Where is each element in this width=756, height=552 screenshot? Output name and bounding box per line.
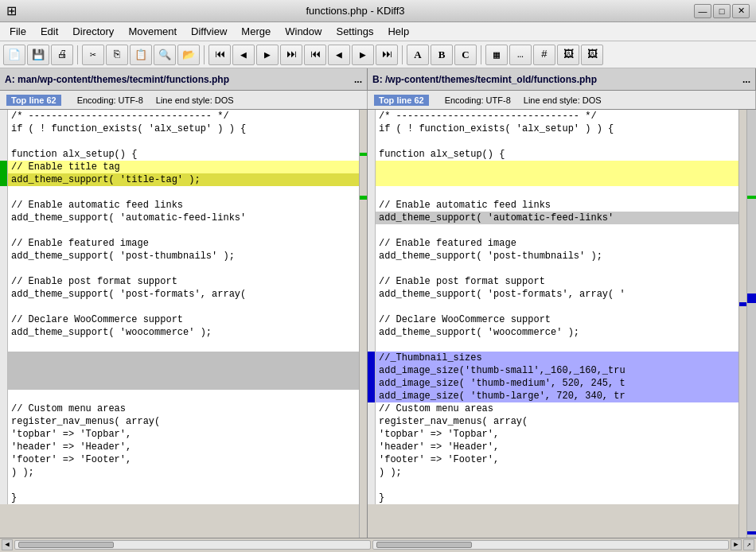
line-marker: [0, 275, 8, 288]
tb-next-diff2[interactable]: ▶: [352, 45, 374, 65]
tb-find[interactable]: 🔍: [154, 45, 176, 65]
tb-prev-diff2[interactable]: ◀: [328, 45, 350, 65]
menu-merge[interactable]: Merge: [235, 24, 277, 39]
line-marker: [368, 148, 376, 161]
line-marker: [0, 173, 8, 186]
right-file-header: B: /wp-content/themes/tecmint_old/functi…: [368, 68, 756, 90]
tb-num[interactable]: #: [533, 45, 555, 65]
left-hscroll-thumb[interactable]: [18, 542, 114, 548]
tb-cut[interactable]: ✂: [82, 45, 104, 65]
menu-help[interactable]: Help: [381, 24, 415, 39]
left-file-header: A: man/wp-content/themes/tecmint/functio…: [0, 68, 368, 90]
line-marker: [368, 415, 376, 428]
code-line: [368, 224, 756, 237]
code-line: ) );: [0, 466, 367, 479]
code-line: [368, 161, 756, 173]
code-line: if ( ! function_exists( 'alx_setup' ) ) …: [0, 122, 367, 135]
tb-prev-diff[interactable]: ◀: [232, 45, 255, 65]
line-text: // Enable title tag: [8, 161, 367, 173]
right-mini-overview[interactable]: [746, 110, 756, 538]
line-marker: [368, 250, 376, 262]
diff-area: /* -------------------------------- */if…: [0, 110, 756, 538]
tb-last-diff[interactable]: ⏭: [280, 45, 302, 65]
close-button[interactable]: ✕: [732, 4, 750, 18]
menu-directory[interactable]: Directory: [66, 24, 120, 39]
hscroll[interactable]: ◀ ▶ ↗: [0, 538, 756, 550]
code-line: function alx_setup() {: [0, 148, 367, 161]
line-text: register_nav_menus( array(: [376, 415, 756, 428]
tb-view[interactable]: ▦: [485, 45, 508, 65]
menu-movement[interactable]: Movement: [122, 24, 183, 39]
line-text: add_image_size( 'thumb-large', 720, 340,…: [376, 390, 756, 402]
left-diff-pane[interactable]: /* -------------------------------- */if…: [0, 110, 368, 538]
hscroll-corner[interactable]: ↗: [743, 539, 754, 550]
title-bar-left: ⊞: [6, 3, 17, 18]
line-marker: [368, 326, 376, 339]
tb-dots[interactable]: …: [509, 45, 532, 65]
code-line: //_Thumbnail_sizes: [368, 352, 756, 364]
left-scroll-marker-green2: [360, 153, 367, 156]
line-text: add_theme_support( 'post-thumbnails' );: [8, 250, 367, 262]
code-line: }: [368, 492, 756, 504]
code-line: add_theme_support( 'automatic-feed-links…: [0, 212, 367, 224]
tb-print[interactable]: 🖨: [51, 45, 73, 65]
right-diff-pane[interactable]: /* -------------------------------- */if…: [368, 110, 756, 538]
line-marker: [0, 479, 8, 492]
line-text: add_image_size('thumb-small',_160,_160,_…: [376, 364, 756, 377]
menu-diffview[interactable]: Diffview: [185, 24, 233, 39]
tb-b[interactable]: B: [431, 45, 453, 65]
line-marker: [0, 161, 8, 173]
code-line: [0, 339, 367, 352]
menu-window[interactable]: Window: [279, 24, 328, 39]
menu-file[interactable]: File: [3, 24, 33, 39]
left-vscroll[interactable]: [359, 110, 367, 538]
line-marker: [0, 135, 8, 148]
tb-c[interactable]: C: [454, 45, 477, 65]
line-text: [376, 224, 756, 237]
line-marker: [368, 364, 376, 377]
tb-last-diff2[interactable]: ⏭: [376, 45, 398, 65]
left-hscroll-track[interactable]: [14, 540, 371, 550]
maximize-button[interactable]: □: [713, 4, 731, 18]
code-line: 'footer' => 'Footer',: [368, 453, 756, 466]
right-vscroll-inner[interactable]: [738, 110, 746, 538]
line-marker: [0, 428, 8, 441]
code-line: [0, 364, 367, 377]
tb-sep2: [204, 45, 205, 64]
menu-settings[interactable]: Settings: [329, 24, 380, 39]
line-marker: [0, 224, 8, 237]
tb-img1[interactable]: 🖼: [557, 45, 579, 65]
right-file-dots[interactable]: ...: [739, 74, 750, 85]
tb-first-diff[interactable]: ⏮: [208, 45, 231, 65]
left-file-dots[interactable]: ...: [351, 74, 362, 85]
line-marker: [368, 428, 376, 441]
menu-edit[interactable]: Edit: [34, 24, 64, 39]
line-text: [8, 377, 367, 390]
code-line: add_theme_support( 'post-thumbnails' );: [368, 250, 756, 262]
hscroll-left[interactable]: ◀: [2, 539, 13, 550]
right-line-end: Line end style: DOS: [524, 95, 602, 105]
code-line: // Enable post format support: [0, 275, 367, 288]
tb-first-diff2[interactable]: ⏮: [304, 45, 326, 65]
minimize-button[interactable]: —: [694, 4, 711, 18]
hscroll-right[interactable]: ▶: [731, 539, 742, 550]
right-hscroll-thumb[interactable]: [376, 542, 472, 548]
line-text: add_theme_support( 'automatic-feed-links…: [376, 212, 756, 224]
right-hscroll-track[interactable]: [372, 540, 729, 550]
right-status-bar: Top line 62 Encoding: UTF-8 Line end sty…: [368, 91, 756, 109]
tb-open-dir[interactable]: 📂: [177, 45, 200, 65]
tb-next-diff[interactable]: ▶: [256, 45, 279, 65]
line-marker: [0, 415, 8, 428]
tb-copy[interactable]: ⎘: [106, 45, 128, 65]
line-text: // Enable automatic feed links: [8, 199, 367, 212]
code-line: }: [0, 492, 367, 504]
tb-new[interactable]: 📄: [3, 45, 25, 65]
left-scroll-marker-green: [360, 196, 367, 200]
tb-paste[interactable]: 📋: [130, 45, 152, 65]
line-text: // Enable post format support: [376, 275, 756, 288]
line-text: 'footer' => 'Footer',: [376, 453, 756, 466]
code-line: // Custom menu areas: [0, 402, 367, 415]
tb-img2[interactable]: 🖼: [581, 45, 603, 65]
tb-save[interactable]: 💾: [27, 45, 49, 65]
tb-a[interactable]: A: [407, 45, 429, 65]
